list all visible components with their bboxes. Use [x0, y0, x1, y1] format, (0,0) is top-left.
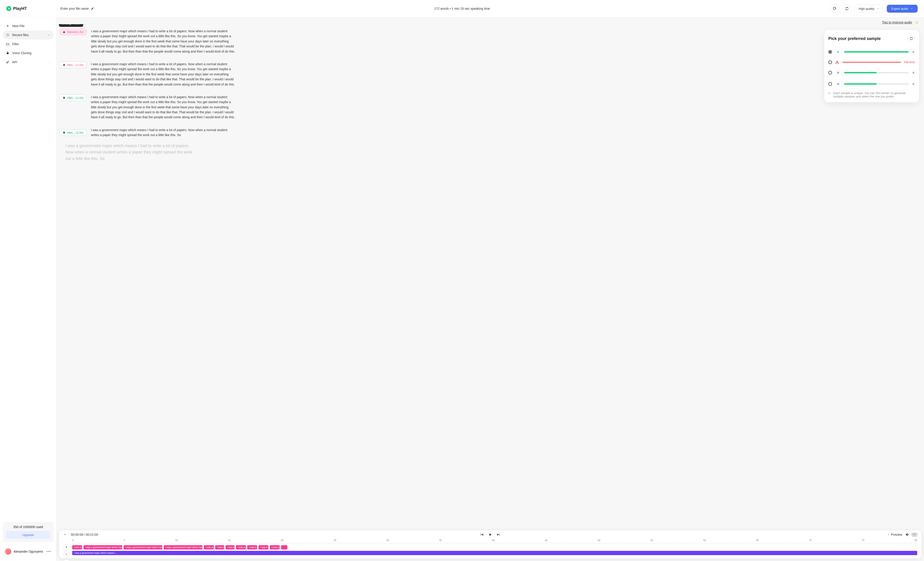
timeline[interactable]: + 05101520253035404550556065707580 I was… [63, 539, 917, 555]
audio-clip[interactable]: I was a government major which means I .… [164, 545, 202, 549]
upgrade-button[interactable]: Upgrade [6, 531, 50, 539]
skip-next-button[interactable] [496, 532, 501, 537]
sample-row[interactable] [828, 46, 915, 57]
svg-rect-14 [829, 93, 830, 93]
audio-clip[interactable]: I was a g... [226, 545, 235, 549]
ruler-tick: 5 [124, 539, 125, 541]
paragraph-block[interactable]: Alex....(1.0x) I was a government major … [56, 59, 924, 92]
sample-progress[interactable] [844, 83, 909, 85]
play-sample-button[interactable] [835, 49, 841, 55]
chevron-down-icon [48, 61, 50, 63]
dismiss-sample-button[interactable] [912, 50, 915, 54]
mute-button[interactable] [906, 532, 910, 537]
plus-icon [6, 24, 9, 28]
mic-sparkle-icon [6, 51, 9, 55]
sample-row[interactable] [828, 67, 915, 78]
block-text[interactable]: I was a government major which means I h… [91, 62, 235, 87]
info-text: Each sample is unique. You can 'Re-rende… [833, 92, 915, 98]
chevron-down-icon [877, 7, 879, 10]
user-name: Alexander Ogunyemi [14, 550, 43, 553]
video-track-button[interactable] [63, 559, 69, 561]
file-name-input[interactable]: Enter your file name [60, 7, 94, 11]
ruler-tick: 65 [756, 539, 759, 541]
video-clip[interactable]: I was a government major which means I .… [72, 551, 917, 555]
ruler-tick: 15 [228, 539, 231, 541]
playback-time: 00:00:08 / 00:01:00 [71, 533, 98, 536]
sample-radio[interactable] [828, 71, 832, 74]
dismiss-sample-button[interactable] [912, 71, 915, 74]
audio-clip[interactable]: I was a g... [72, 545, 82, 549]
sample-progress[interactable] [844, 51, 909, 53]
ruler-tick: 70 [809, 539, 812, 541]
mic-icon [63, 96, 66, 99]
paragraph-block[interactable]: Change voice Steven(1.0x) I was a govern… [56, 26, 924, 59]
ruler-tick: 40 [492, 539, 495, 541]
sample-row[interactable] [828, 78, 915, 90]
sample-row-error[interactable]: File error [828, 57, 915, 67]
user-row[interactable]: Alexander Ogunyemi ••• [3, 546, 54, 557]
audio-clip[interactable]: I was a government major which means I .… [84, 545, 122, 549]
edit-icon[interactable] [91, 7, 94, 10]
caret-down-icon [910, 7, 913, 10]
collapse-player-button[interactable] [63, 533, 67, 536]
block-text[interactable]: I was a government major which means I h… [91, 29, 236, 54]
play-button[interactable] [488, 532, 492, 537]
pause-sample-button[interactable] [835, 81, 841, 87]
voice-chip-alex-green[interactable]: Alex....(1.0x) [60, 95, 86, 101]
player-bar: 00:00:08 / 00:01:00 Preview CC [59, 530, 921, 558]
tips-link[interactable]: Tips to improve audio [882, 21, 912, 24]
rocket-icon [6, 60, 9, 64]
block-text[interactable]: I was a government major which means I h… [91, 95, 235, 120]
add-widget-button[interactable] [830, 4, 839, 13]
sample-progress-error [842, 62, 901, 63]
audio-clip-row[interactable]: I was a g... I was a government major wh… [72, 545, 917, 549]
audio-clip[interactable]: I was a g... [270, 545, 280, 549]
voice-chip-alex-green[interactable]: Alex....(1.0x) [60, 129, 86, 136]
export-button[interactable]: Export audio [887, 5, 918, 13]
ruler-tick: 80 [915, 539, 917, 541]
play-logo-icon [6, 6, 11, 11]
sidebar-files[interactable]: Files [3, 39, 54, 48]
block-text[interactable]: I was a government major which means I h… [91, 128, 235, 138]
chevron-up-icon [887, 533, 890, 536]
ruler-tick: 45 [545, 539, 548, 541]
paragraph-block[interactable]: Alex....(1.0x) I was a government major … [56, 125, 924, 143]
sidebar-new-file[interactable]: New File [3, 21, 54, 30]
quality-select[interactable]: High quality [855, 5, 884, 13]
dismiss-sample-button[interactable] [912, 82, 915, 86]
cc-button[interactable]: CC [912, 533, 917, 536]
logo-text: PlayHT [13, 6, 27, 11]
sidebar-voice-cloning[interactable]: Voice Cloning [3, 48, 54, 57]
rerender-button[interactable] [908, 35, 915, 42]
more-menu-icon[interactable]: ••• [46, 550, 51, 553]
editor-main: Tips to improve audio ✨ Change voice Ste… [56, 17, 924, 561]
voice-chip-alex-pink[interactable]: Alex....(1.0x) [60, 62, 86, 68]
voice-chip-steven[interactable]: Change voice Steven(1.0x) [60, 29, 87, 35]
paragraph-block[interactable]: Alex....(1.0x) I was a government major … [56, 92, 924, 125]
sidebar-recent-files[interactable]: Recent files [3, 30, 54, 39]
sample-radio[interactable] [828, 50, 832, 54]
logo[interactable]: PlayHT [6, 6, 56, 11]
mic-icon [63, 63, 66, 66]
sample-radio[interactable] [828, 82, 832, 86]
pause-sample-button[interactable] [835, 70, 841, 75]
audio-clip[interactable]: I was a g... [236, 545, 246, 549]
audio-clip[interactable]: I was a g... [215, 545, 224, 549]
audio-clip[interactable]: I was a g... [258, 545, 268, 549]
sample-radio[interactable] [828, 60, 832, 64]
audio-clip[interactable]: I was a g... [247, 545, 257, 549]
sample-progress[interactable] [844, 72, 909, 73]
voice-cloning-label: Voice Cloning [12, 51, 32, 55]
audio-clip[interactable] [281, 545, 287, 549]
video-clip-row[interactable]: I was a government major which means I .… [72, 551, 917, 555]
refresh-button[interactable] [842, 4, 851, 13]
preview-button[interactable]: Preview [887, 533, 902, 536]
quality-label: High quality [859, 7, 874, 11]
files-label: Files [12, 42, 19, 46]
file-name-placeholder: Enter your file name [60, 7, 88, 11]
audio-clip[interactable]: I was a government major which means I .… [124, 545, 162, 549]
audio-clip[interactable]: I was a g... [204, 545, 214, 549]
ruler-tick: 30 [386, 539, 389, 541]
sidebar-api[interactable]: API [3, 57, 54, 66]
skip-prev-button[interactable] [480, 532, 484, 537]
